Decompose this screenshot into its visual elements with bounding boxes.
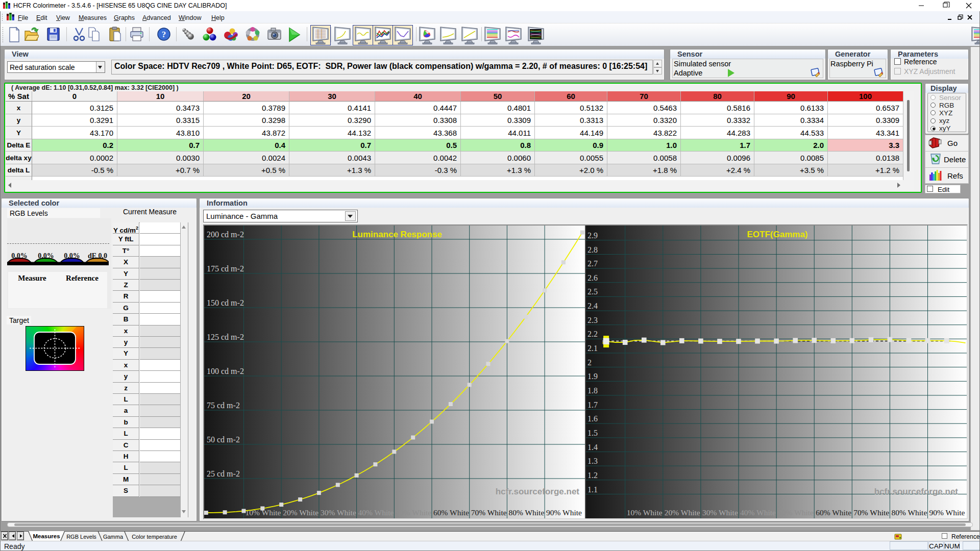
svg-text:40% White: 40% White <box>358 508 394 517</box>
svg-text:20% White: 20% White <box>665 508 700 517</box>
svg-text:25 cd m-2: 25 cd m-2 <box>207 469 240 478</box>
svg-text:2.7: 2.7 <box>587 259 598 268</box>
svg-text:150 cd m-2: 150 cd m-2 <box>207 298 244 307</box>
svg-text:1.4: 1.4 <box>587 443 598 452</box>
svg-text:Luminance Response: Luminance Response <box>352 230 442 239</box>
svg-text:1.8: 1.8 <box>587 386 598 395</box>
svg-text:175 cd m-2: 175 cd m-2 <box>207 264 244 273</box>
svg-text:1.5: 1.5 <box>587 429 598 437</box>
svg-text:hcfr.sourceforge.net: hcfr.sourceforge.net <box>496 487 580 496</box>
svg-text:2.3: 2.3 <box>587 316 598 324</box>
svg-text:2: 2 <box>587 358 592 367</box>
svg-text:70% White: 70% White <box>471 508 507 517</box>
svg-text:50% White: 50% White <box>778 508 814 517</box>
svg-text:10% White: 10% White <box>627 508 663 517</box>
svg-text:EOTF(Gamma): EOTF(Gamma) <box>747 230 807 239</box>
svg-text:1.2: 1.2 <box>587 471 598 480</box>
svg-text:100 cd m-2: 100 cd m-2 <box>207 367 244 375</box>
svg-text:70% White: 70% White <box>853 508 889 517</box>
svg-text:1.9: 1.9 <box>587 372 598 381</box>
svg-text:30% White: 30% White <box>321 508 356 517</box>
svg-text:2.4: 2.4 <box>587 302 598 310</box>
svg-text:75 cd m-2: 75 cd m-2 <box>207 401 240 410</box>
svg-text:200 cd m-2: 200 cd m-2 <box>207 230 244 239</box>
svg-text:80% White: 80% White <box>508 508 544 517</box>
svg-text:20% White: 20% White <box>283 508 318 517</box>
svg-text:60% White: 60% White <box>433 508 469 517</box>
svg-text:50 cd m-2: 50 cd m-2 <box>207 435 240 444</box>
svg-text:2.5: 2.5 <box>587 287 598 296</box>
svg-text:2.8: 2.8 <box>587 245 598 254</box>
svg-text:90% White: 90% White <box>546 508 582 517</box>
svg-text:90% White: 90% White <box>929 508 965 517</box>
svg-text:40% White: 40% White <box>740 508 776 517</box>
svg-text:1.3: 1.3 <box>587 457 598 465</box>
svg-text:2.2: 2.2 <box>587 330 598 338</box>
svg-text:30% White: 30% White <box>702 508 738 517</box>
svg-text:2.9: 2.9 <box>587 231 598 240</box>
svg-text:1.1: 1.1 <box>587 485 598 494</box>
svg-text:hcfr.sourceforge.net: hcfr.sourceforge.net <box>874 487 959 496</box>
svg-text:?: ? <box>162 30 166 39</box>
svg-text:80% White: 80% White <box>891 508 927 517</box>
svg-text:2.6: 2.6 <box>587 273 598 282</box>
svg-text:1.7: 1.7 <box>587 400 598 409</box>
svg-text:50% White: 50% White <box>396 508 431 517</box>
svg-text:1.6: 1.6 <box>587 414 598 423</box>
svg-text:2.1: 2.1 <box>587 344 598 353</box>
svg-text:125 cd m-2: 125 cd m-2 <box>207 333 244 341</box>
svg-text:60% White: 60% White <box>816 508 851 517</box>
